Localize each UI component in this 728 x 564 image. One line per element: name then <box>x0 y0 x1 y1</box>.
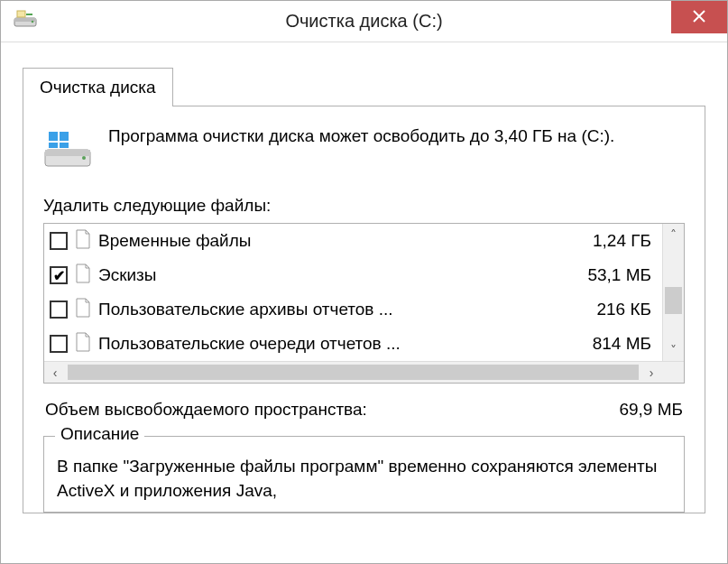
total-row: Объем высвобождаемого пространства: 69,9… <box>43 400 685 420</box>
checkbox[interactable] <box>50 335 68 353</box>
file-name: Пользовательские очереди отчетов ... <box>98 334 585 354</box>
scroll-right-icon[interactable]: › <box>640 365 662 380</box>
checkbox[interactable] <box>50 232 68 250</box>
vertical-scrollbar[interactable]: ˄ ˅ <box>662 224 684 361</box>
file-list: Временные файлы 1,24 ГБ Эскизы 53,1 МБ П… <box>43 223 685 384</box>
checkbox[interactable] <box>50 300 68 319</box>
file-icon <box>75 332 91 356</box>
list-item[interactable]: Эскизы 53,1 МБ <box>44 258 684 292</box>
svg-rect-8 <box>49 132 58 141</box>
drive-icon <box>43 128 92 174</box>
total-label: Объем высвобождаемого пространства: <box>45 400 367 420</box>
vscroll-thumb[interactable] <box>665 287 682 314</box>
scroll-left-icon[interactable]: ‹ <box>44 365 66 380</box>
intro-text: Программа очистки диска может освободить… <box>108 125 614 149</box>
content: Очистка диска <box>1 42 727 513</box>
description-title: Описание <box>55 424 144 444</box>
svg-rect-9 <box>60 132 69 141</box>
disk-cleanup-window: Очистка диска (C:) Очистка диска <box>0 0 728 564</box>
disk-cleanup-icon <box>14 9 37 33</box>
svg-rect-10 <box>49 143 58 148</box>
tab-cleanup[interactable]: Очистка диска <box>23 68 173 106</box>
file-list-label: Удалить следующие файлы: <box>43 196 685 216</box>
svg-rect-11 <box>60 143 69 148</box>
list-item[interactable]: Пользовательские архивы отчетов ... 216 … <box>44 292 684 327</box>
checkbox[interactable] <box>50 266 68 284</box>
list-item[interactable]: Временные файлы 1,24 ГБ <box>44 224 684 258</box>
scroll-up-icon[interactable]: ˄ <box>663 224 684 245</box>
titlebar: Очистка диска (C:) <box>1 1 727 42</box>
file-name: Эскизы <box>98 265 580 285</box>
scroll-down-icon[interactable]: ˅ <box>663 339 684 361</box>
svg-rect-2 <box>17 11 25 17</box>
close-button[interactable] <box>671 1 727 33</box>
svg-rect-6 <box>45 150 90 156</box>
file-name: Пользовательские архивы отчетов ... <box>98 300 589 319</box>
list-item[interactable]: Пользовательские очереди отчетов ... 814… <box>44 327 684 361</box>
horizontal-scrollbar[interactable]: ‹ › <box>44 361 684 383</box>
intro: Программа очистки диска может освободить… <box>43 125 685 174</box>
tab-panel: Программа очистки диска может освободить… <box>23 106 705 513</box>
file-icon <box>75 264 91 288</box>
close-icon <box>693 8 705 27</box>
svg-point-4 <box>32 21 34 23</box>
tab-label: Очистка диска <box>40 78 156 97</box>
description-text: В папке "Загруженные файлы программ" вре… <box>57 455 671 503</box>
svg-point-7 <box>82 156 86 160</box>
file-name: Временные файлы <box>98 231 585 251</box>
file-icon <box>75 229 91 254</box>
file-icon <box>75 298 91 322</box>
hscroll-thumb[interactable] <box>68 365 639 380</box>
description-group: Описание В папке "Загруженные файлы прог… <box>43 436 685 513</box>
svg-rect-3 <box>26 14 32 15</box>
tabs: Очистка диска <box>23 68 705 513</box>
window-title: Очистка диска (C:) <box>285 11 442 32</box>
total-value: 69,9 МБ <box>619 400 683 420</box>
